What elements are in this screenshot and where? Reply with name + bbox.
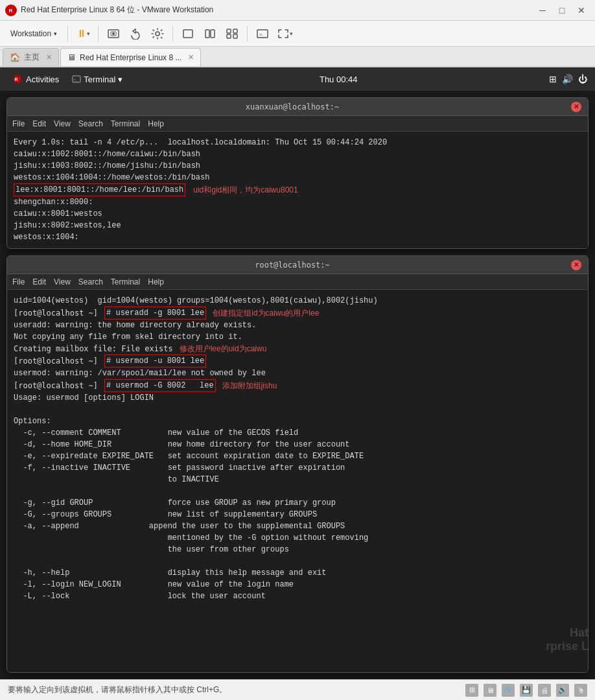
console-button[interactable]: >_	[253, 25, 272, 43]
svg-text:R: R	[15, 77, 18, 82]
status-icon-7: 🖱	[574, 684, 587, 697]
pause-arrow-icon: ▾	[87, 30, 90, 37]
tab-rhel[interactable]: 🖥 Red Hat Enterprise Linux 8 ... ✕	[60, 48, 201, 66]
revert-icon	[129, 28, 142, 40]
status-icon-3: 🔗	[502, 684, 515, 697]
power-icon[interactable]: ⏻	[578, 74, 587, 84]
settings-button[interactable]	[148, 25, 167, 43]
term1-line-jishu: jishu:x:1003:8002::/home/jishu:/bin/bash	[14, 160, 581, 172]
fullscreen-button[interactable]: ▾	[275, 25, 294, 43]
maximize-button[interactable]: □	[554, 4, 570, 17]
term2-blank1	[14, 404, 581, 415]
rhel-icon: R	[13, 75, 22, 84]
toolbar-separator-3	[172, 26, 173, 41]
term1-menu-edit[interactable]: Edit	[32, 119, 46, 128]
term2-options-header: Options:	[14, 415, 581, 427]
svg-rect-9	[227, 29, 231, 33]
term2-menu-file[interactable]: File	[12, 277, 25, 286]
multi-view-button[interactable]	[222, 25, 242, 43]
home-tab-close[interactable]: ✕	[46, 53, 52, 62]
term2-notcopy: Not copying any file from skel directory…	[14, 331, 581, 343]
term2-prompt-3: [root@localhost ~]	[14, 380, 98, 391]
settings-icon	[151, 28, 164, 40]
term1-menu-view[interactable]: View	[54, 119, 71, 128]
svg-rect-12	[233, 34, 237, 38]
terminal-menu-button[interactable]: >_ Terminal ▾	[67, 72, 128, 87]
fullscreen-arrow: ▾	[290, 30, 293, 37]
minimize-button[interactable]: ─	[534, 4, 551, 17]
term2-warning1: useradd: warning: the home directory alr…	[14, 320, 581, 331]
terminal-2-close[interactable]: ✕	[571, 260, 581, 270]
pause-button[interactable]: ⏸ ▾	[73, 25, 93, 43]
term2-opt-d: -d, --home HOME_DIR new home directory f…	[14, 439, 581, 450]
term2-cmd2: # usermod -u 8001 lee	[104, 355, 206, 368]
status-icon-1: ⊞	[465, 684, 478, 697]
terminal-2-menubar: File Edit View Search Terminal Help	[7, 274, 588, 290]
toolbar-separator-1	[67, 26, 68, 41]
window-title: Red Hat Enterprise Linux 8 64 位 - VMware…	[21, 5, 534, 16]
activities-button[interactable]: R Activities	[8, 72, 64, 87]
terminal-1-body: Every 1.0s: tail -n 4 /etc/p... localhos…	[7, 132, 588, 248]
terminal-1-title: xuanxuan@localhost:~	[14, 102, 571, 111]
term1-line-westos: westos:x:1004:1004::/home/westos:/bin/ba…	[14, 172, 581, 183]
svg-rect-11	[227, 34, 231, 38]
gnome-topbar: R Activities >_ Terminal ▾ Thu 00:44 ⊞ 🔊…	[0, 67, 595, 91]
workstation-arrow-icon: ▾	[54, 30, 57, 37]
console-icon: >_	[256, 28, 269, 40]
term1-menu-search[interactable]: Search	[78, 119, 103, 128]
term2-warning2: usermod: warning: /var/spool/mail/lee no…	[14, 368, 581, 379]
home-tab-label: 主页	[24, 52, 40, 63]
rhel-tab-label: Red Hat Enterprise Linux 8 ...	[80, 53, 181, 62]
svg-text:>_: >_	[74, 78, 79, 82]
term2-blank3	[14, 555, 581, 567]
svg-text:>_: >_	[259, 32, 266, 38]
term2-prompt-2: [root@localhost ~]	[14, 355, 98, 367]
term1-line-every: Every 1.0s: tail -n 4 /etc/p... localhos…	[14, 137, 581, 148]
term1-menu-terminal[interactable]: Terminal	[111, 119, 140, 128]
system-tray: ⊞ 🔊 ⏻	[549, 74, 587, 84]
term2-cmd3-row: [root@localhost ~] # usermod -G 8002 lee…	[14, 379, 581, 392]
term2-opt-e: -e, --expiredate EXPIRE_DATE set account…	[14, 450, 581, 462]
workstation-menu-button[interactable]: Workstation ▾	[5, 27, 62, 41]
title-bar: R Red Hat Enterprise Linux 8 64 位 - VMwa…	[0, 0, 595, 21]
svg-point-5	[156, 32, 159, 36]
split-view-icon	[204, 28, 216, 40]
term2-line-uid: uid=1004(westos) gid=1004(westos) groups…	[14, 295, 581, 307]
term1-menu-file[interactable]: File	[12, 119, 25, 128]
svg-point-4	[112, 32, 115, 35]
svg-rect-10	[233, 29, 237, 33]
term2-menu-terminal[interactable]: Terminal	[111, 277, 140, 286]
fullscreen-icon	[277, 28, 290, 40]
tab-home[interactable]: 🏠 主页 ✕	[3, 48, 59, 66]
terminal-icon: >_	[72, 75, 81, 83]
vm-content-area: xuanxuan@localhost:~ ✕ File Edit View Se…	[0, 91, 595, 679]
toolbar: Workstation ▾ ⏸ ▾ >_ ▾	[0, 21, 595, 47]
terminal-1-titlebar: xuanxuan@localhost:~ ✕	[7, 98, 588, 116]
term2-menu-view[interactable]: View	[54, 277, 71, 286]
status-icons: ⊞ 🖥 🔗 💾 🖨 🔊 🖱	[465, 684, 587, 697]
term1-menu-help[interactable]: Help	[148, 119, 164, 128]
volume-icon[interactable]: 🔊	[562, 74, 573, 84]
toolbar-separator-4	[247, 26, 248, 41]
svg-text:R: R	[9, 8, 13, 14]
fit-window-button[interactable]	[178, 25, 198, 43]
term2-cmd1-row: [root@localhost ~] # useradd -g 8001 lee…	[14, 307, 581, 320]
revert-button[interactable]	[126, 25, 145, 43]
term1-lee-row: lee:x:8001:8001::/home/lee:/bin/bash uid…	[14, 183, 581, 196]
close-button[interactable]: ✕	[573, 4, 590, 17]
rhel-tab-close[interactable]: ✕	[188, 53, 194, 62]
term2-opt-a: -a, --append append the user to the supp…	[14, 520, 581, 532]
network-icon[interactable]: ⊞	[549, 74, 557, 84]
terminal-1-close[interactable]: ✕	[571, 102, 581, 112]
term2-menu-edit[interactable]: Edit	[32, 277, 46, 286]
clock: Thu 00:44	[128, 75, 549, 84]
terminal-window-1: xuanxuan@localhost:~ ✕ File Edit View Se…	[6, 97, 589, 249]
term2-opt-a2: mentioned by the -G option without remov…	[14, 532, 581, 544]
split-view-button[interactable]	[200, 25, 220, 43]
term2-menu-search[interactable]: Search	[78, 277, 103, 286]
term2-menu-help[interactable]: Help	[148, 277, 164, 286]
term2-opt-l: -l, --login NEW_LOGIN new value of the l…	[14, 579, 581, 590]
term1-line-lee: lee:x:8001:8001::/home/lee:/bin/bash	[14, 183, 185, 196]
snapshot-button[interactable]	[104, 25, 123, 43]
term2-comment2: 修改用户lee的uid为caiwu	[180, 343, 267, 355]
